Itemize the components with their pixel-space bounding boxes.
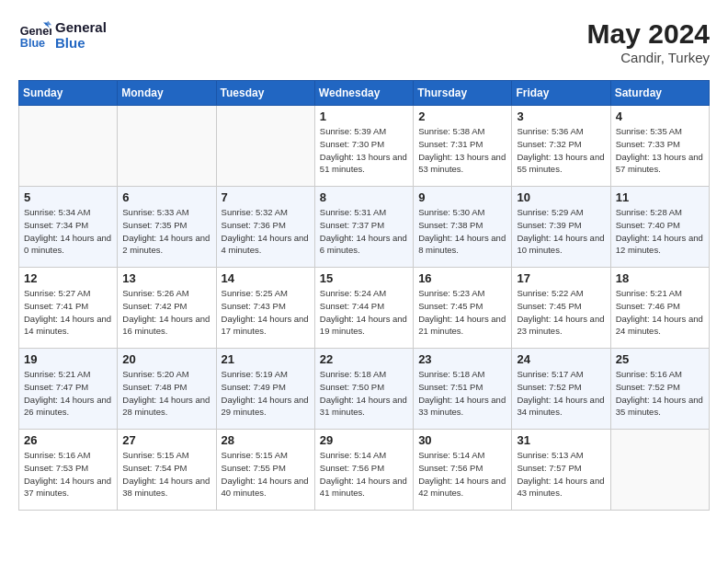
day-number: 26 — [24, 433, 112, 447]
day-number: 14 — [222, 271, 310, 285]
calendar-cell: 19 Sunrise: 5:21 AM Sunset: 7:47 PM Dayl… — [19, 349, 118, 430]
day-number: 3 — [517, 109, 605, 123]
calendar-cell: 11 Sunrise: 5:28 AM Sunset: 7:40 PM Dayl… — [610, 187, 709, 268]
day-info: Sunrise: 5:28 AM Sunset: 7:40 PM Dayligh… — [616, 206, 704, 257]
day-info: Sunrise: 5:22 AM Sunset: 7:45 PM Dayligh… — [517, 287, 605, 338]
calendar-week-1: 1 Sunrise: 5:39 AM Sunset: 7:30 PM Dayli… — [19, 106, 710, 187]
day-info: Sunrise: 5:16 AM Sunset: 7:52 PM Dayligh… — [616, 368, 704, 419]
weekday-header-sunday: Sunday — [19, 81, 118, 106]
weekday-header-friday: Friday — [512, 81, 610, 106]
day-number: 22 — [320, 352, 408, 366]
day-number: 9 — [418, 190, 506, 204]
day-info: Sunrise: 5:31 AM Sunset: 7:37 PM Dayligh… — [320, 206, 408, 257]
day-info: Sunrise: 5:38 AM Sunset: 7:31 PM Dayligh… — [418, 125, 506, 176]
day-number: 13 — [122, 271, 210, 285]
day-info: Sunrise: 5:23 AM Sunset: 7:45 PM Dayligh… — [418, 287, 506, 338]
day-info: Sunrise: 5:33 AM Sunset: 7:35 PM Dayligh… — [122, 206, 210, 257]
day-info: Sunrise: 5:19 AM Sunset: 7:49 PM Dayligh… — [222, 368, 310, 419]
svg-text:Blue: Blue — [20, 37, 45, 50]
day-number: 12 — [24, 271, 112, 285]
day-number: 6 — [122, 190, 210, 204]
day-info: Sunrise: 5:25 AM Sunset: 7:43 PM Dayligh… — [222, 287, 310, 338]
day-info: Sunrise: 5:18 AM Sunset: 7:51 PM Dayligh… — [418, 368, 506, 419]
day-info: Sunrise: 5:21 AM Sunset: 7:46 PM Dayligh… — [616, 287, 704, 338]
calendar-cell: 13 Sunrise: 5:26 AM Sunset: 7:42 PM Dayl… — [118, 268, 216, 349]
day-info: Sunrise: 5:18 AM Sunset: 7:50 PM Dayligh… — [320, 368, 408, 419]
day-number: 11 — [616, 190, 704, 204]
calendar-cell: 31 Sunrise: 5:13 AM Sunset: 7:57 PM Dayl… — [512, 430, 610, 511]
calendar-cell: 30 Sunrise: 5:14 AM Sunset: 7:56 PM Dayl… — [414, 430, 512, 511]
calendar-cell: 22 Sunrise: 5:18 AM Sunset: 7:50 PM Dayl… — [314, 349, 413, 430]
calendar-cell: 7 Sunrise: 5:32 AM Sunset: 7:36 PM Dayli… — [216, 187, 314, 268]
page-header: General Blue General Blue May 2024 Candi… — [18, 18, 710, 65]
calendar-cell — [19, 106, 118, 187]
day-number: 1 — [320, 109, 408, 123]
calendar-cell: 10 Sunrise: 5:29 AM Sunset: 7:39 PM Dayl… — [512, 187, 610, 268]
calendar-cell: 23 Sunrise: 5:18 AM Sunset: 7:51 PM Dayl… — [414, 349, 512, 430]
calendar-cell: 8 Sunrise: 5:31 AM Sunset: 7:37 PM Dayli… — [314, 187, 413, 268]
day-info: Sunrise: 5:24 AM Sunset: 7:44 PM Dayligh… — [320, 287, 408, 338]
calendar-cell: 1 Sunrise: 5:39 AM Sunset: 7:30 PM Dayli… — [314, 106, 413, 187]
calendar-cell: 17 Sunrise: 5:22 AM Sunset: 7:45 PM Dayl… — [512, 268, 610, 349]
weekday-header-row: SundayMondayTuesdayWednesdayThursdayFrid… — [19, 81, 710, 106]
day-info: Sunrise: 5:13 AM Sunset: 7:57 PM Dayligh… — [517, 449, 605, 500]
day-number: 25 — [616, 352, 704, 366]
weekday-header-wednesday: Wednesday — [314, 81, 413, 106]
day-number: 15 — [320, 271, 408, 285]
calendar-week-3: 12 Sunrise: 5:27 AM Sunset: 7:41 PM Dayl… — [19, 268, 710, 349]
day-info: Sunrise: 5:36 AM Sunset: 7:32 PM Dayligh… — [517, 125, 605, 176]
calendar-cell: 18 Sunrise: 5:21 AM Sunset: 7:46 PM Dayl… — [610, 268, 709, 349]
calendar-cell: 15 Sunrise: 5:24 AM Sunset: 7:44 PM Dayl… — [314, 268, 413, 349]
day-info: Sunrise: 5:35 AM Sunset: 7:33 PM Dayligh… — [616, 125, 704, 176]
weekday-header-monday: Monday — [118, 81, 216, 106]
calendar-cell: 14 Sunrise: 5:25 AM Sunset: 7:43 PM Dayl… — [216, 268, 314, 349]
day-info: Sunrise: 5:15 AM Sunset: 7:55 PM Dayligh… — [222, 449, 310, 500]
day-number: 7 — [222, 190, 310, 204]
calendar-cell — [118, 106, 216, 187]
day-info: Sunrise: 5:14 AM Sunset: 7:56 PM Dayligh… — [418, 449, 506, 500]
logo-icon: General Blue — [18, 18, 51, 52]
day-number: 19 — [24, 352, 112, 366]
calendar-cell: 3 Sunrise: 5:36 AM Sunset: 7:32 PM Dayli… — [512, 106, 610, 187]
day-number: 28 — [222, 433, 310, 447]
calendar-week-2: 5 Sunrise: 5:34 AM Sunset: 7:34 PM Dayli… — [19, 187, 710, 268]
title-block: May 2024 Candir, Turkey — [587, 18, 710, 65]
day-info: Sunrise: 5:32 AM Sunset: 7:36 PM Dayligh… — [222, 206, 310, 257]
day-info: Sunrise: 5:26 AM Sunset: 7:42 PM Dayligh… — [122, 287, 210, 338]
day-number: 18 — [616, 271, 704, 285]
logo-text-general: General — [55, 19, 107, 35]
calendar-cell: 21 Sunrise: 5:19 AM Sunset: 7:49 PM Dayl… — [216, 349, 314, 430]
day-number: 17 — [517, 271, 605, 285]
day-number: 4 — [616, 109, 704, 123]
day-number: 8 — [320, 190, 408, 204]
calendar-cell: 24 Sunrise: 5:17 AM Sunset: 7:52 PM Dayl… — [512, 349, 610, 430]
weekday-header-thursday: Thursday — [414, 81, 512, 106]
day-number: 16 — [418, 271, 506, 285]
calendar-cell: 28 Sunrise: 5:15 AM Sunset: 7:55 PM Dayl… — [216, 430, 314, 511]
day-number: 29 — [320, 433, 408, 447]
calendar-week-4: 19 Sunrise: 5:21 AM Sunset: 7:47 PM Dayl… — [19, 349, 710, 430]
day-number: 21 — [222, 352, 310, 366]
day-info: Sunrise: 5:27 AM Sunset: 7:41 PM Dayligh… — [24, 287, 112, 338]
day-number: 23 — [418, 352, 506, 366]
logo-text-blue: Blue — [55, 35, 107, 51]
calendar-week-5: 26 Sunrise: 5:16 AM Sunset: 7:53 PM Dayl… — [19, 430, 710, 511]
calendar-cell: 6 Sunrise: 5:33 AM Sunset: 7:35 PM Dayli… — [118, 187, 216, 268]
day-number: 20 — [122, 352, 210, 366]
calendar-cell: 27 Sunrise: 5:15 AM Sunset: 7:54 PM Dayl… — [118, 430, 216, 511]
day-info: Sunrise: 5:30 AM Sunset: 7:38 PM Dayligh… — [418, 206, 506, 257]
day-info: Sunrise: 5:17 AM Sunset: 7:52 PM Dayligh… — [517, 368, 605, 419]
day-number: 31 — [517, 433, 605, 447]
day-number: 27 — [122, 433, 210, 447]
calendar-cell: 25 Sunrise: 5:16 AM Sunset: 7:52 PM Dayl… — [610, 349, 709, 430]
day-info: Sunrise: 5:14 AM Sunset: 7:56 PM Dayligh… — [320, 449, 408, 500]
weekday-header-saturday: Saturday — [610, 81, 709, 106]
day-number: 10 — [517, 190, 605, 204]
day-info: Sunrise: 5:15 AM Sunset: 7:54 PM Dayligh… — [122, 449, 210, 500]
location: Candir, Turkey — [587, 50, 710, 65]
day-number: 24 — [517, 352, 605, 366]
calendar-cell: 2 Sunrise: 5:38 AM Sunset: 7:31 PM Dayli… — [414, 106, 512, 187]
calendar-cell: 29 Sunrise: 5:14 AM Sunset: 7:56 PM Dayl… — [314, 430, 413, 511]
day-info: Sunrise: 5:16 AM Sunset: 7:53 PM Dayligh… — [24, 449, 112, 500]
calendar-table: SundayMondayTuesdayWednesdayThursdayFrid… — [18, 80, 710, 511]
